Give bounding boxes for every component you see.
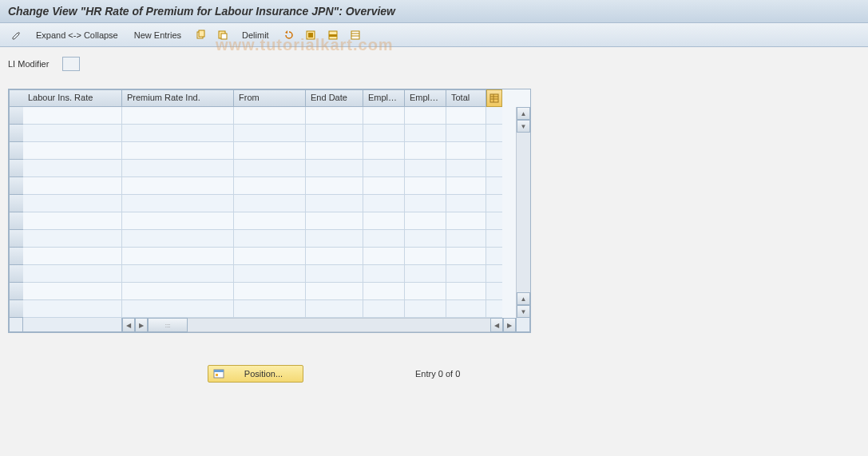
new-entries-button[interactable]: New Entries xyxy=(127,26,188,44)
grid-cell[interactable] xyxy=(122,212,234,230)
grid-cell[interactable] xyxy=(234,160,306,177)
deselect-all-icon[interactable] xyxy=(345,26,366,44)
grid-cell[interactable] xyxy=(234,195,306,212)
grid-cell[interactable] xyxy=(23,160,122,177)
grid-cell[interactable] xyxy=(122,160,234,177)
col-header[interactable]: Total xyxy=(446,89,486,107)
grid-cell[interactable] xyxy=(122,300,234,318)
col-header[interactable]: End Date xyxy=(306,89,363,107)
row-selector[interactable] xyxy=(9,300,23,318)
grid-cell[interactable] xyxy=(306,142,363,160)
grid-cell[interactable] xyxy=(446,265,486,283)
grid-cell[interactable] xyxy=(122,107,234,125)
hscroll-track[interactable] xyxy=(188,318,490,332)
grid-cell[interactable] xyxy=(306,177,363,195)
grid-cell[interactable] xyxy=(234,248,306,265)
grid-cell[interactable] xyxy=(405,142,446,160)
grid-cell[interactable] xyxy=(306,283,363,300)
hscroll-thumb[interactable]: ::: xyxy=(148,318,188,332)
table-row[interactable] xyxy=(9,230,530,248)
select-all-icon[interactable] xyxy=(300,26,321,44)
copy-icon[interactable] xyxy=(190,26,211,44)
grid-cell[interactable] xyxy=(446,230,486,248)
grid-cell[interactable] xyxy=(234,212,306,230)
grid-cell[interactable] xyxy=(363,177,405,195)
grid-cell[interactable] xyxy=(405,212,446,230)
grid-cell[interactable] xyxy=(306,248,363,265)
undo-icon[interactable] xyxy=(278,26,299,44)
grid-cell[interactable] xyxy=(363,142,405,160)
grid-cell[interactable] xyxy=(405,107,446,125)
grid-cell[interactable] xyxy=(122,230,234,248)
grid-cell[interactable] xyxy=(446,125,486,142)
col-header[interactable]: Premium Rate Ind. xyxy=(122,89,234,107)
table-row[interactable] xyxy=(9,177,530,195)
grid-cell[interactable] xyxy=(234,283,306,300)
vscroll-track[interactable] xyxy=(517,133,530,292)
grid-cell[interactable] xyxy=(234,230,306,248)
grid-cell[interactable] xyxy=(363,265,405,283)
scroll-up-end-icon[interactable]: ▲ xyxy=(517,292,530,305)
grid-cell[interactable] xyxy=(405,195,446,212)
table-settings-icon[interactable] xyxy=(486,89,502,107)
row-selector-header[interactable] xyxy=(9,89,23,107)
row-selector[interactable] xyxy=(9,125,23,142)
grid-cell[interactable] xyxy=(23,212,122,230)
table-row[interactable] xyxy=(9,300,530,318)
grid-cell[interactable] xyxy=(234,265,306,283)
grid-cell[interactable] xyxy=(306,300,363,318)
scroll-up-icon[interactable]: ▲ xyxy=(517,107,530,120)
grid-cell[interactable] xyxy=(446,212,486,230)
table-row[interactable] xyxy=(9,248,530,265)
grid-cell[interactable] xyxy=(446,177,486,195)
grid-cell[interactable] xyxy=(234,125,306,142)
table-row[interactable] xyxy=(9,107,530,125)
grid-cell[interactable] xyxy=(306,107,363,125)
grid-cell[interactable] xyxy=(446,248,486,265)
grid-cell[interactable] xyxy=(446,107,486,125)
grid-cell[interactable] xyxy=(446,142,486,160)
position-button[interactable]: Position... xyxy=(208,365,303,383)
row-selector[interactable] xyxy=(9,160,23,177)
grid-cell[interactable] xyxy=(363,230,405,248)
expand-collapse-button[interactable]: Expand <-> Collapse xyxy=(29,26,125,44)
grid-cell[interactable] xyxy=(363,125,405,142)
grid-cell[interactable] xyxy=(405,160,446,177)
delimit-button[interactable]: Delimit xyxy=(235,26,276,44)
row-selector[interactable] xyxy=(9,195,23,212)
grid-cell[interactable] xyxy=(363,107,405,125)
grid-cell[interactable] xyxy=(405,300,446,318)
grid-cell[interactable] xyxy=(234,142,306,160)
row-selector[interactable] xyxy=(9,248,23,265)
grid-cell[interactable] xyxy=(234,300,306,318)
grid-cell[interactable] xyxy=(363,195,405,212)
row-selector[interactable] xyxy=(9,283,23,300)
scroll-down-icon[interactable]: ▼ xyxy=(517,120,530,133)
row-selector[interactable] xyxy=(9,212,23,230)
grid-cell[interactable] xyxy=(306,230,363,248)
grid-cell[interactable] xyxy=(405,125,446,142)
scroll-right-icon[interactable]: ▶ xyxy=(135,318,148,332)
grid-cell[interactable] xyxy=(405,230,446,248)
grid-cell[interactable] xyxy=(122,248,234,265)
grid-cell[interactable] xyxy=(363,248,405,265)
table-row[interactable] xyxy=(9,195,530,212)
table-row[interactable] xyxy=(9,125,530,142)
grid-cell[interactable] xyxy=(363,300,405,318)
col-header[interactable]: From xyxy=(234,89,306,107)
grid-cell[interactable] xyxy=(405,248,446,265)
scroll-left-end-icon[interactable]: ◀ xyxy=(490,318,503,332)
grid-cell[interactable] xyxy=(446,283,486,300)
grid-cell[interactable] xyxy=(122,265,234,283)
grid-cell[interactable] xyxy=(23,177,122,195)
grid-cell[interactable] xyxy=(122,177,234,195)
grid-cell[interactable] xyxy=(23,300,122,318)
grid-cell[interactable] xyxy=(446,195,486,212)
li-modifier-input[interactable] xyxy=(62,57,80,71)
grid-cell[interactable] xyxy=(23,142,122,160)
grid-cell[interactable] xyxy=(306,212,363,230)
grid-cell[interactable] xyxy=(363,160,405,177)
row-selector[interactable] xyxy=(9,177,23,195)
col-header[interactable]: Emplo... xyxy=(405,89,446,107)
table-row[interactable] xyxy=(9,142,530,160)
